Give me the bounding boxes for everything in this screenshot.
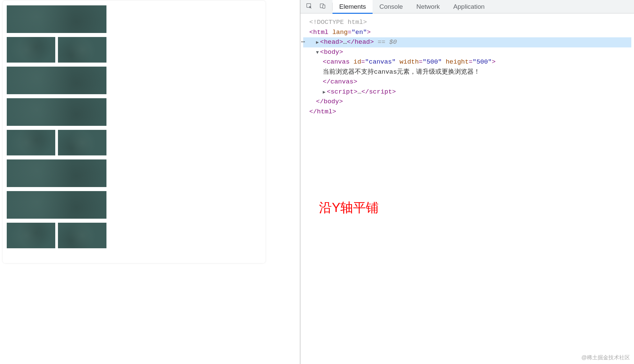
tab-network[interactable]: Network [410,0,447,13]
brick-row [7,98,107,126]
brick [7,37,55,63]
inspect-element-icon[interactable] [306,3,313,11]
dom-body-open[interactable]: ▼<body> [303,47,631,58]
tab-console[interactable]: Console [373,0,410,13]
dom-html-close[interactable]: </html> [303,107,631,117]
brick-row [7,5,107,33]
brick [7,67,106,94]
devtools-tabbar: Elements Console Network Application [300,0,634,13]
dom-head-selected[interactable]: ▶<head>…</head> == $0 [303,37,631,47]
tab-application[interactable]: Application [447,0,492,13]
brick [7,130,55,155]
expand-triangle-icon[interactable]: ▶ [316,39,320,46]
brick [7,159,106,187]
dom-canvas-text[interactable]: 当前浏览器不支持canvas元素，请升级或更换浏览器！ [303,67,631,77]
watermark: @稀土掘金技术社区 [581,354,630,361]
tab-elements[interactable]: Elements [332,0,373,13]
dom-doctype[interactable]: <!DOCTYPE html> [303,17,631,28]
dom-tree[interactable]: <!DOCTYPE html> <html lang="en"> ▶<head>… [300,13,634,364]
brick [7,98,106,126]
dom-body-close[interactable]: </body> [303,97,631,107]
brick-pattern [3,1,107,263]
dom-canvas-close[interactable]: </canvas> [303,77,631,87]
devtools-tool-icons [306,3,332,11]
collapse-triangle-icon[interactable]: ▼ [316,49,320,56]
page-preview-panel [0,0,300,364]
brick [7,5,106,33]
brick [58,37,106,63]
device-toggle-icon[interactable] [319,3,326,11]
brick-row [7,67,107,94]
brick [58,130,106,155]
brick-row [7,223,107,248]
dom-canvas-open[interactable]: <canvas id="canvas" width="500" height="… [303,57,631,67]
annotation-text: 沿Y轴平铺 [319,198,379,217]
brick [7,191,106,219]
devtools-panel: Elements Console Network Application <!D… [300,0,634,364]
canvas-preview [3,1,265,263]
expand-triangle-icon[interactable]: ▶ [323,89,327,96]
brick-row [7,191,107,219]
dom-script[interactable]: ▶<script>…</script> [303,87,631,97]
brick-row [7,37,107,63]
svg-rect-2 [323,5,325,8]
brick [7,223,55,248]
dom-html-open[interactable]: <html lang="en"> [303,28,631,38]
brick [58,223,106,248]
brick-row [7,159,107,187]
brick-row [7,130,107,155]
